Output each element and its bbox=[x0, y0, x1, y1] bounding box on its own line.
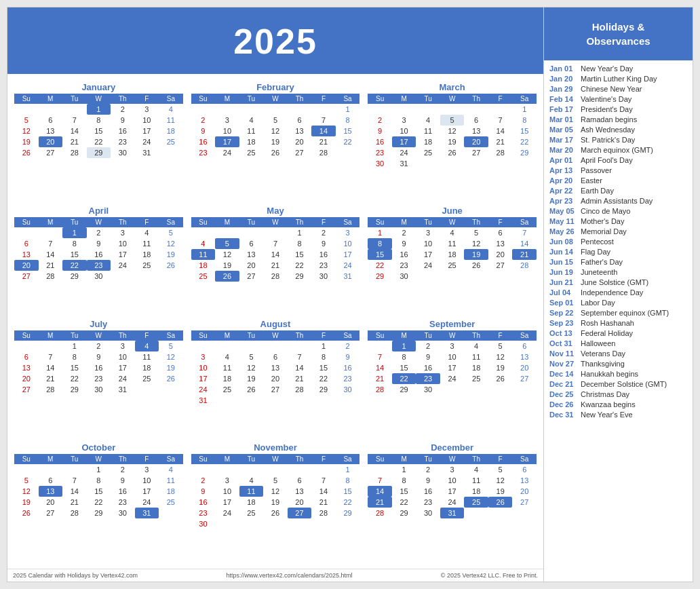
calendar-day: 8 bbox=[62, 352, 87, 362]
calendar-day: 17 bbox=[135, 486, 159, 497]
calendar-day: 4 bbox=[191, 238, 216, 249]
calendar-day: 24 bbox=[111, 260, 135, 271]
calendar-day: 2 bbox=[191, 115, 216, 126]
calendar-day: 1 bbox=[336, 104, 360, 115]
calendar-day: 29 bbox=[336, 508, 360, 518]
calendar-day: 1 bbox=[392, 341, 416, 352]
calendar-day: 30 bbox=[87, 271, 111, 282]
calendar-day: 8 bbox=[62, 238, 87, 249]
calendar-day: 17 bbox=[215, 136, 239, 147]
calendar-day: 12 bbox=[263, 126, 288, 136]
holiday-date: Jun 14 bbox=[549, 248, 581, 256]
calendar-day: 29 bbox=[392, 384, 416, 395]
holiday-item: Mar 20March equinox (GMT) bbox=[549, 146, 687, 154]
calendar-day: 12 bbox=[464, 238, 488, 249]
calendar-day: 13 bbox=[14, 249, 39, 260]
calendar-day: 18 bbox=[464, 362, 488, 373]
holiday-date: Jun 21 bbox=[549, 278, 581, 286]
day-header-sa: Sa bbox=[512, 94, 537, 104]
calendar-day: 24 bbox=[416, 260, 440, 271]
calendar-day bbox=[159, 384, 183, 395]
calendar-day: 5 bbox=[239, 352, 264, 362]
day-header-tu: Tu bbox=[62, 217, 87, 227]
day-header-w: W bbox=[87, 217, 111, 227]
calendar-day: 20 bbox=[288, 497, 312, 508]
calendar-day: 2 bbox=[311, 227, 336, 238]
calendar-day: 24 bbox=[215, 147, 239, 158]
calendar-day: 12 bbox=[263, 486, 288, 497]
calendar-day: 8 bbox=[368, 238, 392, 249]
calendar-day: 3 bbox=[215, 115, 239, 126]
calendar-day: 10 bbox=[191, 362, 216, 373]
calendar-day: 31 bbox=[440, 508, 465, 518]
calendar-day: 10 bbox=[416, 238, 440, 249]
calendar-day: 4 bbox=[416, 115, 440, 126]
month-block-may: MaySuMTuWThFSa12345678910111213141516171… bbox=[187, 203, 364, 316]
calendar-day: 3 bbox=[191, 352, 216, 362]
calendar-day: 22 bbox=[87, 497, 111, 508]
calendar-day: 5 bbox=[464, 227, 488, 238]
day-header-sa: Sa bbox=[336, 454, 360, 464]
calendar-day: 19 bbox=[464, 249, 488, 260]
footer-left: 2025 Calendar with Holidays by Vertex42.… bbox=[13, 572, 138, 579]
calendar-day: 11 bbox=[135, 352, 159, 362]
calendar-day: 8 bbox=[336, 115, 360, 126]
calendar-day: 8 bbox=[87, 475, 111, 486]
month-block-january: JanuarySuMTuWThFSa1234567891011121314151… bbox=[10, 79, 187, 203]
calendar-day: 18 bbox=[191, 260, 216, 271]
calendar-day bbox=[488, 104, 513, 115]
month-block-june: JuneSuMTuWThFSa1234567891011121314151617… bbox=[364, 203, 541, 316]
calendar-day bbox=[311, 395, 336, 406]
calendar-day bbox=[512, 508, 537, 518]
calendar-day: 24 bbox=[336, 260, 360, 271]
calendar-day: 5 bbox=[215, 238, 239, 249]
calendar-day: 21 bbox=[288, 373, 312, 384]
holiday-date: May 11 bbox=[549, 217, 581, 225]
day-header-f: F bbox=[488, 94, 513, 104]
calendar-day: 25 bbox=[239, 147, 264, 158]
calendar-day bbox=[464, 271, 488, 282]
calendar-day: 2 bbox=[87, 227, 111, 238]
calendar-day: 23 bbox=[311, 260, 336, 271]
calendar-day: 26 bbox=[14, 147, 39, 158]
calendar-day: 25 bbox=[440, 260, 465, 271]
calendar-day: 3 bbox=[416, 227, 440, 238]
calendar-day bbox=[464, 508, 488, 518]
calendar-day: 15 bbox=[288, 249, 312, 260]
calendar-day: 11 bbox=[135, 238, 159, 249]
day-header-sa: Sa bbox=[159, 330, 183, 341]
sidebar: Holidays &Observances Jan 01New Year's D… bbox=[543, 7, 693, 582]
month-block-march: MarchSuMTuWThFSa123456789101112131415161… bbox=[364, 79, 541, 203]
holiday-date: Jan 20 bbox=[549, 75, 581, 83]
holiday-item: Nov 27Thanksgiving bbox=[549, 360, 687, 368]
holiday-date: Feb 17 bbox=[549, 105, 581, 113]
calendar-day: 31 bbox=[111, 384, 135, 395]
calendar-day: 22 bbox=[336, 497, 360, 508]
day-header-tu: Tu bbox=[416, 217, 440, 227]
holiday-date: Dec 25 bbox=[549, 390, 581, 398]
calendar-day: 20 bbox=[512, 486, 537, 497]
calendar-day: 5 bbox=[14, 475, 39, 486]
calendar-day: 24 bbox=[215, 508, 239, 518]
day-header-m: M bbox=[215, 217, 239, 227]
calendar-day bbox=[288, 464, 312, 475]
calendar-day: 3 bbox=[440, 464, 465, 475]
calendar-day: 7 bbox=[62, 115, 87, 126]
holiday-name: June Solstice (GMT) bbox=[581, 278, 648, 286]
calendar-day: 21 bbox=[311, 136, 336, 147]
calendar-day: 15 bbox=[336, 126, 360, 136]
calendar-day: 8 bbox=[311, 352, 336, 362]
calendar-day bbox=[336, 395, 360, 406]
holiday-item: May 05Cinco de Mayo bbox=[549, 207, 687, 215]
day-header-f: F bbox=[311, 330, 336, 341]
calendar-day: 4 bbox=[239, 475, 264, 486]
calendar-day: 4 bbox=[159, 464, 183, 475]
calendar-day: 29 bbox=[392, 508, 416, 518]
holiday-name: Hanukkah begins bbox=[581, 370, 638, 378]
holiday-date: Feb 14 bbox=[549, 95, 581, 103]
holiday-date: Jun 08 bbox=[549, 238, 581, 246]
month-table: SuMTuWThFSa12345678910111213141516171819… bbox=[368, 94, 537, 169]
calendar-day: 23 bbox=[111, 497, 135, 508]
calendar-day: 9 bbox=[191, 126, 216, 136]
calendar-day: 16 bbox=[111, 126, 135, 136]
